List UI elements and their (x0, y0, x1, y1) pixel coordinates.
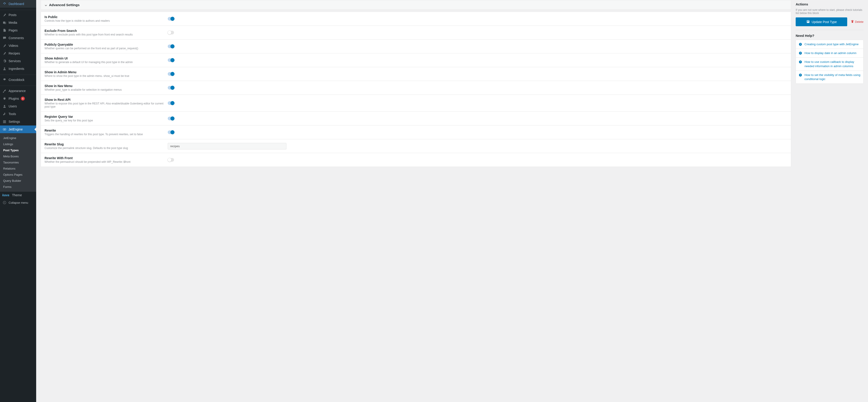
tool-icon (2, 112, 7, 116)
toggle-show-in-nav-menu[interactable] (168, 86, 174, 90)
toggle-publicly-queryable[interactable] (168, 44, 174, 48)
menu-item-ingredients[interactable]: Ingredients (0, 65, 36, 72)
collapse-label: Collapse menu (8, 201, 28, 205)
toggle-knob (170, 130, 175, 134)
collapse-menu-button[interactable]: Collapse menu (0, 198, 36, 207)
question-circle-icon: ? (799, 51, 802, 55)
submenu-item-listings[interactable]: Listings (0, 141, 36, 147)
menu-label: Ingredients (8, 67, 24, 70)
menu-item-plugins[interactable]: Plugins8 (0, 95, 36, 102)
setting-row-show-admin-ui: Show Admin UIWhether to generate a defau… (41, 53, 791, 67)
menu-item-videos[interactable]: Videos (0, 42, 36, 50)
toggle-is-public[interactable] (168, 17, 174, 21)
toggle-show-in-admin-menu[interactable] (168, 72, 174, 76)
actions-panel: Actions If you are not sure where to sta… (796, 2, 864, 30)
menu-item-dashboard[interactable]: Dashboard (0, 0, 36, 8)
submenu-item-relations[interactable]: Relations (0, 165, 36, 172)
submenu-item-query-builder[interactable]: Query Builder (0, 178, 36, 184)
menu-item-jetengine[interactable]: JEJetEngine (0, 125, 36, 133)
help-text: Creating custom post type with JetEngine (804, 42, 859, 47)
setting-desc: Triggers the handling of rewrites for th… (44, 133, 168, 136)
menu-item-settings[interactable]: Settings (0, 118, 36, 125)
toggle-knob (170, 44, 175, 49)
menu-label: JetEngine (8, 127, 23, 131)
menu-label: Posts (8, 13, 17, 17)
toggle-knob (170, 17, 175, 21)
toggle-show-admin-ui[interactable] (168, 58, 174, 62)
menu-item-posts[interactable]: Posts (0, 11, 36, 19)
setting-desc: Where to show the post type in the admin… (44, 74, 168, 78)
menu-item-users[interactable]: Users (0, 102, 36, 110)
toggle-show-in-rest-api[interactable] (168, 101, 174, 105)
toggle-rewrite-with-front[interactable] (168, 158, 174, 162)
setting-desc: Whether post_type is available for selec… (44, 88, 168, 91)
user-icon (2, 66, 7, 71)
svg-point-0 (4, 68, 5, 69)
pin-icon (2, 13, 7, 17)
menu-item-pages[interactable]: Pages (0, 27, 36, 34)
toggle-knob (170, 101, 175, 105)
toggle-exclude-from-search[interactable] (168, 31, 174, 34)
menu-label: Comments (8, 36, 24, 40)
setting-desc: Sets the query_var key for this post typ… (44, 119, 168, 122)
svg-text:?: ? (800, 43, 801, 45)
setting-desc: Whether to exclude posts with this post … (44, 33, 168, 36)
menu-label: Media (8, 21, 17, 24)
brush-icon (2, 89, 7, 93)
kava-theme-item[interactable]: kavaTheme (0, 192, 36, 198)
menu-label: Recipes (8, 52, 20, 55)
input-rewrite-slug[interactable] (168, 143, 286, 150)
section-title: Advanced Settings (49, 3, 80, 7)
submenu-item-meta-boxes[interactable]: Meta Boxes (0, 153, 36, 159)
help-text: How to display date in an admin column (804, 51, 857, 55)
svg-text:JE: JE (4, 129, 5, 130)
page-icon (2, 28, 7, 33)
toggle-knob (170, 86, 175, 90)
sliders-icon (2, 119, 7, 124)
gear-icon (2, 59, 7, 63)
setting-row-exclude-from-search: Exclude From SearchWhether to exclude po… (41, 26, 791, 39)
setting-row-show-in-rest-api: Show in Rest APIWhether to expose this p… (41, 95, 791, 112)
menu-item-tools[interactable]: Tools (0, 110, 36, 118)
setting-row-show-in-admin-menu: Show in Admin MenuWhere to show the post… (41, 67, 791, 81)
advanced-settings-section: Advanced Settings (41, 0, 791, 10)
menu-label: Tools (8, 112, 16, 116)
section-toggle[interactable]: Advanced Settings (41, 0, 791, 9)
update-post-type-button[interactable]: Update Post Type (796, 18, 847, 26)
toggle-rewrite[interactable] (168, 130, 174, 134)
submenu-item-post-types[interactable]: Post Types (0, 147, 36, 153)
menu-item-comments[interactable]: Comments (0, 34, 36, 42)
setting-row-rewrite-slug: Rewrite SlugCustomize the permalink stru… (41, 139, 791, 153)
toggle-register-query-var[interactable] (168, 117, 174, 120)
save-icon (806, 20, 810, 24)
help-link-1[interactable]: ?How to display date in an admin column (796, 49, 863, 58)
croco-icon (2, 78, 7, 82)
submenu-item-jetengine[interactable]: JetEngine (0, 135, 36, 141)
setting-title: Show Admin UI (44, 57, 168, 60)
media-icon (2, 20, 7, 25)
help-link-2[interactable]: ?How to use custom callback to display n… (796, 58, 863, 70)
svg-point-7 (3, 201, 6, 204)
toggle-knob (167, 158, 172, 162)
menu-item-services[interactable]: Services (0, 57, 36, 65)
delete-button[interactable]: Delete (851, 20, 864, 24)
help-text: How to set the visibility of meta fields… (804, 73, 861, 81)
setting-row-show-in-nav-menu: Show in Nav MenuWhether post_type is ava… (41, 81, 791, 95)
svg-text:?: ? (800, 52, 801, 54)
submenu-item-forms[interactable]: Forms (0, 184, 36, 190)
help-link-3[interactable]: ?How to set the visibility of meta field… (796, 71, 863, 84)
menu-item-media[interactable]: Media (0, 19, 36, 27)
setting-title: Exclude From Search (44, 29, 168, 33)
menu-item-recipes[interactable]: Recipes (0, 50, 36, 57)
setting-row-rewrite-with-front: Rewrite With FrontWhether the permastruc… (41, 153, 791, 167)
menu-label: Settings (8, 120, 20, 123)
menu-label: Plugins (8, 97, 19, 100)
setting-row-is-public: Is PublicControls how the type is visibl… (41, 12, 791, 26)
submenu-item-taxonomies[interactable]: Taxonomies (0, 159, 36, 165)
help-link-0[interactable]: ?Creating custom post type with JetEngin… (796, 40, 863, 49)
submenu-item-options-pages[interactable]: Options Pages (0, 172, 36, 178)
toggle-knob (170, 117, 175, 121)
menu-item-crocoblock[interactable]: Crocoblock (0, 76, 36, 84)
settings-list: Is PublicControls how the type is visibl… (41, 12, 791, 167)
menu-item-appearance[interactable]: Appearance (0, 87, 36, 95)
